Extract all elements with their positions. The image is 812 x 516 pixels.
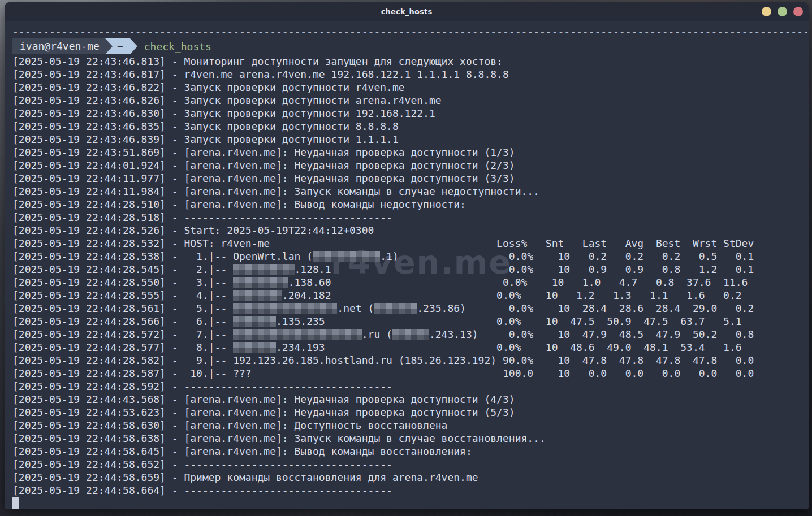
log-line: [2025-05-19 22:44:11.977] - [arena.r4ven… (12, 172, 809, 185)
log-line: [2025-05-19 22:44:28.577] - 8.|-- .234.1… (12, 341, 809, 354)
censored-ip (233, 342, 276, 353)
log-line: [2025-05-19 22:43:51.869] - [arena.r4ven… (12, 146, 809, 159)
log-line: [2025-05-19 22:44:58.652] - ------------… (12, 458, 809, 471)
cursor-line (12, 497, 809, 510)
censored-ip (313, 251, 380, 262)
log-line: [2025-05-19 22:43:46.822] - Запуск прове… (12, 81, 809, 94)
log-line: [2025-05-19 22:44:58.638] - [arena.r4ven… (12, 432, 809, 445)
window-title: check_hosts (381, 7, 433, 16)
log-line: [2025-05-19 22:44:01.924] - [arena.r4ven… (12, 159, 809, 172)
censored-ip (233, 316, 276, 327)
censored-ip (233, 264, 294, 275)
censored-ip (233, 290, 282, 301)
censored-ip (374, 303, 417, 314)
terminal-window: check_hosts r4ven.me -------------------… (5, 2, 809, 509)
log-line: [2025-05-19 22:44:28.518] - ------------… (12, 211, 809, 224)
prompt-command: check_hosts (144, 40, 211, 53)
log-line: [2025-05-19 22:44:28.561] - 5.|-- .net (… (12, 302, 809, 315)
log-line: [2025-05-19 22:44:11.984] - [arena.r4ven… (12, 185, 809, 198)
log-line: [2025-05-19 22:43:46.813] - Мониторинг д… (12, 55, 809, 68)
log-line: [2025-05-19 22:44:53.623] - [arena.r4ven… (12, 406, 809, 419)
log-line: [2025-05-19 22:44:28.582] - 9.|-- 192.12… (12, 354, 809, 367)
log-line: [2025-05-19 22:44:58.645] - [arena.r4ven… (12, 445, 809, 458)
terminal-cursor (12, 497, 19, 509)
log-line: [2025-05-19 22:44:28.526] - Start: 2025-… (12, 224, 809, 237)
powerline-arrow-icon (130, 38, 137, 54)
censored-ip (233, 303, 337, 314)
maximize-button[interactable] (778, 7, 787, 16)
log-line: [2025-05-19 22:44:43.568] - [arena.r4ven… (12, 393, 809, 406)
close-button[interactable] (793, 7, 803, 16)
titlebar[interactable]: check_hosts (5, 2, 809, 21)
terminal-log: [2025-05-19 22:43:46.813] - Мониторинг д… (12, 55, 809, 497)
log-line: [2025-05-19 22:44:28.572] - 7.|-- .ru (.… (12, 328, 809, 341)
log-line: [2025-05-19 22:44:58.630] - [arena.r4ven… (12, 419, 809, 432)
minimize-button[interactable] (762, 7, 771, 16)
log-line: [2025-05-19 22:44:28.592] - ------------… (12, 380, 809, 393)
censored-ip (233, 277, 288, 288)
log-line: [2025-05-19 22:43:46.817] - r4ven.me are… (12, 68, 809, 81)
censored-ip (233, 329, 362, 340)
log-line: [2025-05-19 22:43:46.835] - Запуск прове… (12, 120, 809, 133)
log-line: [2025-05-19 22:44:58.659] - Пример коман… (12, 471, 809, 484)
censored-ip (392, 329, 429, 340)
log-line: [2025-05-19 22:43:46.830] - Запуск прове… (12, 107, 809, 120)
log-line: [2025-05-19 22:44:58.664] - ------------… (12, 484, 809, 497)
prompt-user-host: ivan@r4ven-me (12, 38, 105, 54)
shell-prompt: ivan@r4ven-me~check_hosts (12, 38, 809, 55)
log-line: [2025-05-19 22:44:28.550] - 3.|-- .138.6… (12, 276, 809, 289)
log-line: [2025-05-19 22:44:28.538] - 1.|-- OpenWr… (12, 250, 809, 263)
terminal-content[interactable]: r4ven.me -------------------------------… (5, 21, 809, 512)
log-line: [2025-05-19 22:44:28.545] - 2.|-- .128.1… (12, 263, 809, 276)
log-line: [2025-05-19 22:44:28.555] - 4.|-- .204.1… (12, 289, 809, 302)
prompt-directory: ~ (113, 38, 130, 54)
log-line: [2025-05-19 22:44:28.587] - 10.|-- ??? 1… (12, 367, 809, 380)
top-separator: ----------------------------------------… (12, 25, 809, 38)
window-controls (762, 2, 803, 21)
log-line: [2025-05-19 22:43:46.826] - Запуск прове… (12, 94, 809, 107)
log-line: [2025-05-19 22:43:46.839] - Запуск прове… (12, 133, 809, 146)
log-line: [2025-05-19 22:44:28.566] - 6.|-- .135.2… (12, 315, 809, 328)
log-line: [2025-05-19 22:44:28.510] - [arena.r4ven… (12, 198, 809, 211)
log-line: [2025-05-19 22:44:28.532] - HOST: r4ven-… (12, 237, 809, 250)
powerline-arrow-icon (105, 38, 113, 54)
